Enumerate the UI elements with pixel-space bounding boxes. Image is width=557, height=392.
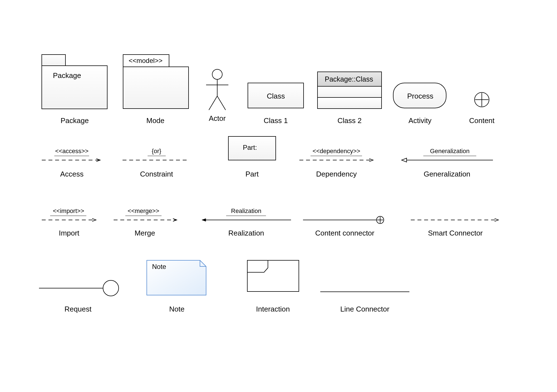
connector-realization [202, 216, 291, 220]
shape-interaction [247, 260, 299, 291]
smart-conn-cap: Smart Connector [428, 229, 483, 237]
constraint-cap: Constraint [140, 170, 173, 178]
note-cap: Note [169, 305, 185, 313]
merge-text: <<merge>> [128, 207, 159, 215]
svg-rect-14 [317, 86, 382, 97]
content-cap: Content [469, 116, 494, 125]
svg-rect-15 [317, 97, 382, 109]
package-inside: Package [53, 71, 81, 80]
mode-inside: <<model>> [129, 57, 162, 65]
connector-access [42, 156, 100, 160]
connector-merge [114, 216, 177, 220]
part-inside: Part: [243, 144, 257, 151]
dependency-text: <<dependency>> [312, 148, 360, 155]
uml-package-legend: Package <<model>> Class Package::Class P… [0, 0, 557, 392]
import-cap: Import [59, 229, 79, 237]
class1-inside: Class [267, 92, 285, 101]
note-inside: Note [152, 263, 166, 271]
interaction-cap: Interaction [256, 305, 290, 313]
shape-content [475, 92, 489, 107]
actor-cap: Actor [209, 114, 226, 123]
svg-line-10 [209, 96, 217, 110]
svg-rect-3 [42, 55, 65, 66]
class1-cap: Class 1 [264, 116, 288, 125]
class2-cap: Class 2 [338, 116, 362, 125]
generalization-cap: Generalization [424, 170, 470, 178]
class2-inside: Package::Class [325, 75, 373, 83]
access-cap: Access [60, 170, 84, 178]
svg-point-38 [103, 280, 119, 296]
diagram-svg [0, 0, 557, 392]
constraint-text: {or} [152, 148, 161, 155]
content-conn-cap: Content connector [315, 229, 374, 237]
svg-rect-6 [123, 67, 189, 109]
shape-package [42, 55, 107, 109]
connector-import [42, 216, 96, 220]
connector-constraint [123, 156, 189, 160]
svg-line-11 [217, 96, 226, 110]
dependency-cap: Dependency [316, 170, 357, 178]
mode-cap: Mode [146, 116, 164, 125]
connector-generalization [402, 156, 493, 160]
realization-cap: Realization [228, 229, 264, 237]
activity-cap: Activity [409, 116, 431, 125]
connector-dependency [299, 156, 373, 160]
svg-point-7 [212, 69, 222, 79]
access-text: <<access>> [55, 148, 89, 155]
connector-request [39, 280, 119, 296]
generalization-text: Generalization [430, 148, 470, 155]
part-cap: Part [245, 170, 259, 178]
request-cap: Request [65, 305, 92, 313]
import-text: <<import>> [53, 207, 84, 215]
realization-text: Realization [231, 207, 262, 215]
package-cap: Package [60, 116, 89, 125]
line-conn-cap: Line Connector [340, 305, 389, 313]
activity-inside: Process [407, 92, 433, 101]
merge-cap: Merge [135, 229, 155, 237]
shape-actor [206, 69, 228, 110]
